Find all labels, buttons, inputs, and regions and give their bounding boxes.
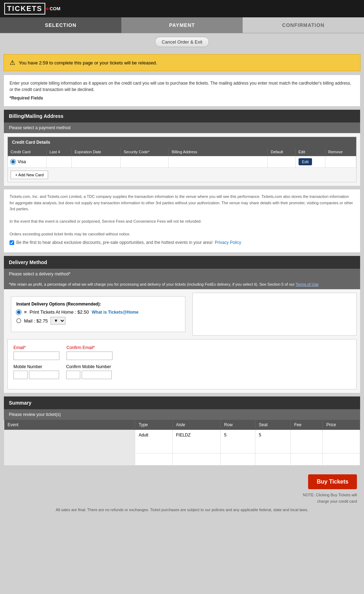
logo-dot: ● bbox=[46, 5, 50, 12]
add-card-button[interactable]: + Add New Card bbox=[11, 171, 48, 179]
timer-alert: ⚠ You have 2:59 to complete this page or… bbox=[4, 54, 360, 71]
summary-event bbox=[4, 430, 135, 466]
confirm-mobile-area-input[interactable] bbox=[66, 371, 80, 379]
cc-table: Credit Card Last 4 Expiration Date Secur… bbox=[8, 148, 356, 168]
summary-row: 5 bbox=[220, 430, 255, 453]
summary-col-seat: Seat bbox=[255, 420, 290, 430]
summary-section: Summary Please review your ticket(s) Eve… bbox=[4, 396, 360, 466]
delivery-options-box: Instant Delivery Options (Recommended): … bbox=[11, 296, 185, 332]
billing-section-header: Billing/Mailing Address bbox=[4, 110, 360, 122]
billing-section: Billing/Mailing Address Please select a … bbox=[4, 109, 360, 186]
confirm-mobile-number-input[interactable] bbox=[82, 371, 112, 379]
table-row: Visa Edit bbox=[8, 156, 356, 168]
privacy-policy-link[interactable]: Privacy Policy bbox=[215, 239, 241, 246]
cancel-button[interactable]: Cancel Order & Exit bbox=[155, 37, 209, 47]
cc-billing-address bbox=[169, 156, 268, 168]
cc-col-card: Credit Card bbox=[8, 148, 46, 156]
billing-info-box: Enter your complete billing information … bbox=[4, 75, 360, 107]
nav-step-selection[interactable]: SELECTION bbox=[0, 17, 121, 33]
confirm-email-group: Confirm Email* bbox=[67, 345, 112, 360]
cancel-bar: Cancel Order & Exit bbox=[0, 33, 364, 51]
contact-form: Email* Confirm Email* Mobile Number bbox=[7, 339, 357, 389]
privacy-text: Tickets.com, Inc. and Tickets.com Limite… bbox=[10, 194, 354, 212]
cc-remove-cell bbox=[325, 156, 356, 168]
mail-option: Mail : $2.75 ▼ bbox=[16, 317, 180, 325]
summary-col-fee: Fee bbox=[290, 420, 323, 430]
mobile-group: Mobile Number bbox=[13, 364, 59, 379]
mobile-label: Mobile Number bbox=[13, 364, 59, 369]
limits-text: Orders exceeding posted ticket limits ma… bbox=[10, 231, 354, 238]
tickets-home-link[interactable]: What is Tickets@Home bbox=[92, 310, 138, 315]
logo: TICKETS ● COM bbox=[4, 3, 60, 15]
main-content: ⚠ You have 2:59 to complete this page or… bbox=[0, 54, 364, 525]
note-line1: NOTE: Clicking Buy Tickets will bbox=[303, 493, 357, 497]
footer-legal: All sales are final. There are no refund… bbox=[4, 506, 360, 518]
required-note: *Required Fields bbox=[10, 95, 354, 101]
buy-area: Buy Tickets bbox=[4, 469, 360, 492]
empty-seat bbox=[255, 453, 290, 466]
confirm-email-label: Confirm Email* bbox=[67, 345, 112, 350]
mobile-area-input[interactable] bbox=[13, 371, 28, 379]
note-line2: charge your credit card bbox=[317, 499, 357, 503]
cc-col-expiration: Expiration Date bbox=[71, 148, 121, 156]
nav-step-payment[interactable]: PAYMENT bbox=[121, 17, 243, 33]
legal-text-box: Tickets.com, Inc. and Tickets.com Limite… bbox=[4, 189, 360, 253]
confirm-mobile-group: Confirm Mobile Number bbox=[66, 364, 112, 379]
cc-col-last4: Last 4 bbox=[46, 148, 71, 156]
email-row: Email* Confirm Email* bbox=[13, 345, 351, 360]
warning-icon: ⚠ bbox=[10, 59, 15, 67]
timer-message: You have 2:59 to complete this page or y… bbox=[19, 60, 157, 65]
buy-tickets-button[interactable]: Buy Tickets bbox=[308, 474, 357, 489]
newsletter-label: Be the first to hear about exclusive dis… bbox=[16, 239, 213, 246]
summary-table: Event Type Aisle Row Seat Fee Price Adul… bbox=[4, 420, 360, 466]
newsletter-checkbox[interactable] bbox=[10, 240, 14, 245]
summary-col-type: Type bbox=[135, 420, 173, 430]
summary-seat: 5 bbox=[255, 430, 290, 453]
cc-last4 bbox=[46, 156, 71, 168]
mobile-number-input[interactable] bbox=[29, 371, 59, 379]
email-label: Email* bbox=[13, 345, 59, 350]
empty-price bbox=[323, 453, 360, 466]
cc-col-default: Default bbox=[268, 148, 295, 156]
email-input[interactable] bbox=[13, 352, 59, 360]
cc-card-type: Visa bbox=[8, 156, 46, 168]
summary-subheader: Please review your ticket(s) bbox=[4, 409, 360, 420]
confirm-mobile-label: Confirm Mobile Number bbox=[66, 364, 112, 369]
delivery-terms: *We retain as profit, a percentage of wh… bbox=[4, 279, 360, 289]
print-icon: ≡ bbox=[24, 309, 27, 315]
instant-delivery-label: Instant Delivery Options (Recommended): bbox=[16, 302, 180, 307]
edit-card-button[interactable]: Edit bbox=[299, 158, 312, 165]
delivery-subheader: Please select a delivery method* bbox=[4, 269, 360, 279]
nav-step-confirmation[interactable]: CONFIRMATION bbox=[243, 17, 364, 33]
empty-fee bbox=[290, 453, 323, 466]
summary-col-row: Row bbox=[220, 420, 255, 430]
cc-edit-cell: Edit bbox=[295, 156, 325, 168]
footer-note: NOTE: Clicking Buy Tickets will charge y… bbox=[4, 492, 360, 506]
confirm-email-input[interactable] bbox=[67, 352, 112, 360]
logo-tickets: TICKETS bbox=[4, 3, 45, 15]
summary-type: Adult bbox=[135, 430, 173, 453]
table-row: Adult FIELDZ 5 5 bbox=[4, 430, 360, 453]
credit-card-container: Credit Card Details Credit Card Last 4 E… bbox=[7, 137, 357, 182]
empty-type bbox=[135, 453, 173, 466]
delivery-map-placeholder bbox=[192, 293, 357, 336]
visa-radio-icon[interactable] bbox=[11, 159, 16, 164]
cc-col-edit: Edit bbox=[295, 148, 325, 156]
print-radio-selected[interactable] bbox=[16, 310, 21, 315]
summary-col-aisle: Aisle bbox=[172, 420, 220, 430]
summary-col-event: Event bbox=[4, 420, 135, 430]
delivery-section-header: Delivery Method bbox=[4, 256, 360, 269]
nav-steps: SELECTION PAYMENT CONFIRMATION bbox=[0, 17, 364, 33]
email-group: Email* bbox=[13, 345, 59, 360]
mail-radio[interactable] bbox=[16, 318, 21, 323]
mail-label: Mail : $2.75 bbox=[24, 318, 48, 324]
print-label: Print Tickets At Home : $2.50 bbox=[30, 309, 89, 315]
mobile-row: Mobile Number Confirm Mobile Number bbox=[13, 364, 351, 379]
delivery-section: Delivery Method Please select a delivery… bbox=[4, 256, 360, 393]
terms-of-use-link[interactable]: Terms of Use bbox=[296, 282, 319, 286]
summary-section-header: Summary bbox=[4, 396, 360, 409]
mobile-input-group bbox=[13, 371, 59, 379]
confirm-mobile-input-group bbox=[66, 371, 112, 379]
mail-dropdown[interactable]: ▼ bbox=[51, 317, 65, 325]
cc-col-billing: Billing Address bbox=[169, 148, 268, 156]
